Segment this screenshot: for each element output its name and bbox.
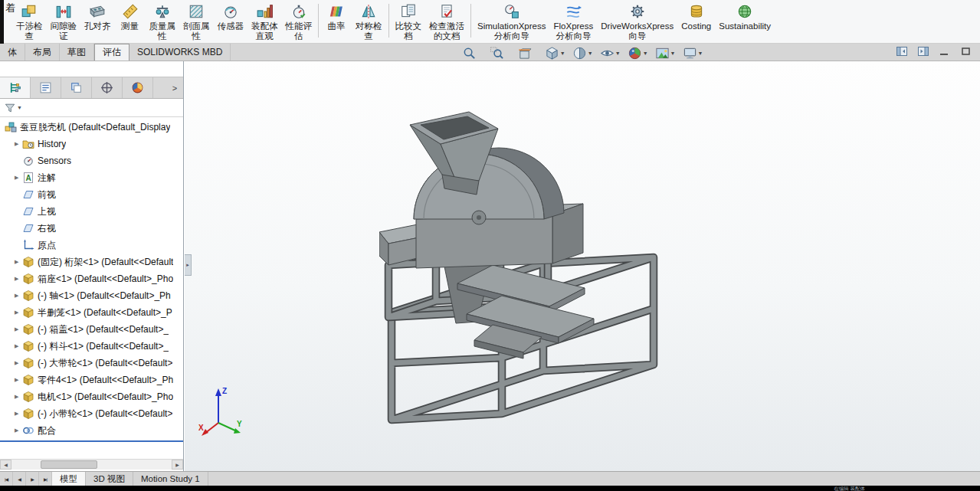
view-toolbar-button[interactable]: ▼ (544, 45, 566, 61)
scrollbar-track[interactable] (11, 460, 172, 470)
expand-arrow-icon[interactable]: ▶ (15, 293, 22, 299)
window-control-button[interactable] (896, 45, 908, 57)
ribbon-button[interactable]: FloXpress 分析向导 ▼ (549, 0, 597, 44)
ribbon-button[interactable]: 对称检 查 ▼ (352, 0, 386, 44)
ribbon-button[interactable]: 比较文 档 ▼ (392, 0, 426, 44)
filter-dropdown-caret-icon[interactable]: ▼ (17, 105, 22, 110)
panel-tab[interactable] (123, 77, 153, 98)
tree-item[interactable]: ▶ 半删笼<1> (Default<<Default>_P (0, 304, 183, 321)
expand-arrow-icon[interactable]: ▶ (15, 427, 22, 434)
tree-item[interactable]: ▶ History (0, 136, 183, 152)
machine-3d-model[interactable] (379, 106, 839, 471)
view-toolbar-button[interactable]: ▼ (461, 45, 483, 61)
ribbon-button[interactable]: 检查激活 的文档 ▼ (425, 0, 468, 44)
ribbon-button[interactable]: ▼ (388, 4, 389, 38)
panel-tab[interactable] (61, 77, 92, 98)
commandmanager-tab[interactable]: SOLIDWORKS MBD (129, 44, 231, 61)
commandmanager-tab[interactable]: 评估 (94, 44, 129, 61)
view-toolbar-button[interactable]: ▼ (572, 45, 594, 61)
expand-arrow-icon[interactable]: ▶ (15, 411, 22, 417)
ribbon-button[interactable]: Sustainability ▼ (715, 0, 775, 44)
view-toolbar-button[interactable]: ▼ (516, 45, 539, 61)
tab-scroll-button[interactable]: ▶ (26, 472, 39, 486)
ribbon-button[interactable]: 孔对齐 ▼ (80, 0, 115, 44)
panel-tab[interactable] (31, 77, 61, 98)
ribbon-button[interactable]: 测量 ▼ (115, 0, 146, 44)
dropdown-caret-icon[interactable]: ▼ (560, 51, 565, 56)
expand-arrow-icon[interactable]: ▶ (15, 276, 22, 282)
expand-arrow-icon[interactable]: ▶ (15, 343, 22, 349)
tree-item[interactable]: ▶ (-) 轴<1> (Default<<Default>_Ph (0, 287, 183, 304)
tree-item[interactable]: ▶ Sensors (0, 152, 183, 169)
scroll-left-icon[interactable]: ◀ (0, 460, 11, 470)
scrollbar-thumb[interactable] (41, 460, 97, 469)
ribbon-button[interactable]: 曲率 ▼ (321, 0, 352, 44)
expand-arrow-icon[interactable]: ▶ (15, 360, 22, 366)
tree-item[interactable]: ▶ 右视 (0, 220, 183, 237)
tree-item[interactable]: ▶ (-) 箱盖<1> (Default<<Default>_ (0, 321, 183, 338)
tree-item[interactable]: ▶ 注解 (0, 169, 183, 186)
panel-tab[interactable] (92, 77, 123, 98)
commandmanager-tab[interactable]: 草图 (60, 44, 94, 61)
ribbon-button[interactable]: 间隙验 证 ▼ (47, 0, 81, 44)
ribbon-button[interactable]: 质量属 性 ▼ (146, 0, 180, 44)
ribbon-button[interactable]: 剖面属 性 ▼ (179, 0, 214, 44)
tab-scroll-button[interactable]: |◀ (0, 472, 13, 486)
tree-item[interactable]: ▶ 蚕豆脱壳机 (Default<Default_Display (0, 119, 183, 136)
window-control-button[interactable] (960, 45, 972, 57)
ribbon-button[interactable]: 装配体 直观 ▼ (247, 0, 282, 44)
dropdown-caret-icon[interactable]: ▼ (643, 51, 648, 56)
window-control-button[interactable] (917, 45, 929, 57)
dropdown-caret-icon[interactable]: ▼ (670, 51, 676, 56)
ribbon-button[interactable]: SimulationXpress 分析向导 ▼ (474, 0, 549, 44)
tree-item[interactable]: ▶ 箱座<1> (Default<<Default>_Pho (0, 270, 183, 287)
tree-item[interactable]: ▶ 电机<1> (Default<<Default>_Pho (0, 388, 183, 405)
graphics-area[interactable]: ▸ (185, 61, 980, 471)
ribbon-button[interactable]: 性能评 估 ▼ (282, 0, 316, 44)
tree-item[interactable]: ▶ 原点 (0, 237, 183, 254)
document-tab[interactable]: 模型 (52, 472, 86, 486)
tab-scroll-button[interactable]: ▶| (39, 472, 52, 486)
expand-arrow-icon[interactable]: ▶ (15, 175, 22, 181)
ribbon-button[interactable]: ▼ (470, 4, 471, 38)
panel-collapse-handle[interactable]: ▸ (185, 254, 192, 276)
expand-arrow-icon[interactable]: ▶ (15, 394, 22, 400)
scroll-right-icon[interactable]: ▶ (172, 460, 183, 470)
expand-arrow-icon[interactable]: ▶ (15, 326, 22, 332)
tree-item[interactable]: ▶ 配合 (0, 422, 183, 439)
ribbon-button[interactable]: 干涉检 查 ▼ (12, 0, 47, 44)
panel-horizontal-scrollbar[interactable]: ◀ ▶ (0, 459, 183, 470)
tree-item[interactable]: ▶ 上视 (0, 203, 183, 220)
dropdown-caret-icon[interactable]: ▼ (615, 51, 621, 56)
view-toolbar-button[interactable]: ▼ (682, 45, 704, 61)
tree-item[interactable]: ▶ (-) 大带轮<1> (Default<<Default> (0, 355, 183, 372)
tree-item[interactable]: ▶ (-) 小带轮<1> (Default<<Default> (0, 405, 183, 422)
expand-arrow-icon[interactable]: ▶ (15, 141, 22, 147)
featuremanager-filter[interactable]: ▼ (0, 99, 183, 117)
expand-arrow-icon[interactable]: ▶ (15, 259, 22, 265)
panel-expand-chevron[interactable]: > (166, 77, 183, 98)
view-toolbar-button[interactable]: ▼ (489, 45, 511, 61)
ribbon-button[interactable]: DriveWorksXpress 向导 ▼ (597, 0, 677, 44)
view-toolbar-button[interactable]: ▼ (627, 45, 649, 61)
ribbon-button[interactable]: 传感器 ▼ (214, 0, 248, 44)
document-tab[interactable]: 3D 视图 (86, 472, 133, 486)
panel-splitter[interactable] (0, 440, 183, 442)
panel-tab[interactable] (0, 77, 31, 98)
commandmanager-tab[interactable]: 布局 (25, 44, 60, 61)
commandmanager-tab[interactable]: 体 (0, 44, 25, 61)
ribbon-button[interactable]: ▼ (318, 4, 319, 38)
window-control-button[interactable] (939, 45, 951, 57)
view-toolbar-button[interactable]: ▼ (599, 45, 621, 61)
dropdown-caret-icon[interactable]: ▼ (588, 51, 593, 56)
dropdown-caret-icon[interactable]: ▼ (698, 51, 703, 56)
tree-item[interactable]: ▶ (固定) 桁架<1> (Default<<Default (0, 254, 183, 270)
ribbon-button[interactable]: Costing ▼ (677, 0, 715, 44)
tree-item[interactable]: ▶ (-) 料斗<1> (Default<<Default>_ (0, 338, 183, 355)
view-toolbar-button[interactable]: ▼ (654, 45, 677, 61)
tab-scroll-button[interactable]: ◀ (13, 472, 26, 486)
tree-item[interactable]: ▶ 前视 (0, 186, 183, 203)
document-tab[interactable]: Motion Study 1 (133, 472, 208, 486)
tree-item[interactable]: ▶ 零件4<1> (Default<<Default>_Ph (0, 372, 183, 388)
expand-arrow-icon[interactable]: ▶ (15, 309, 22, 316)
